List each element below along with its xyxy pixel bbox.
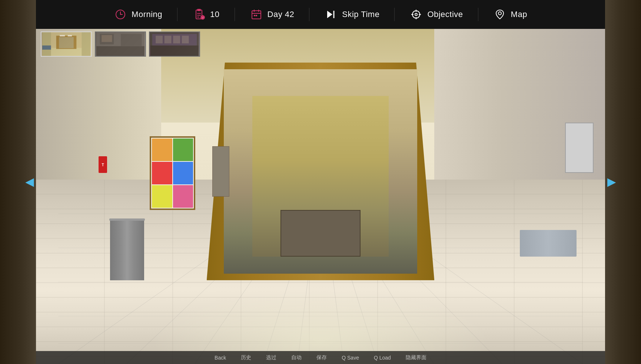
svg-rect-57 (173, 36, 180, 43)
skip-label: Skip Time (342, 10, 379, 19)
nav-arrow-right[interactable]: ▶ (604, 175, 619, 190)
skip-section[interactable]: Skip Time (309, 8, 394, 21)
left-chevron-icon: ◀ (26, 176, 34, 188)
fire-alarm (99, 156, 107, 173)
map-pin-icon (493, 8, 507, 21)
nav-arrow-left[interactable]: ◀ (22, 175, 37, 190)
hide-ui-button[interactable]: 隐藏界面 (406, 354, 426, 361)
svg-text:✓: ✓ (202, 17, 204, 19)
notice-board-inner (151, 138, 194, 208)
back-button[interactable]: Back (215, 355, 226, 361)
svg-rect-13 (256, 15, 257, 16)
qload-button[interactable]: Q Load (374, 355, 391, 361)
notice-item-4 (173, 162, 193, 184)
svg-marker-14 (327, 11, 332, 18)
time-section[interactable]: Morning (99, 8, 177, 21)
notice-item-2 (173, 138, 193, 161)
thumbnail-3-preview (150, 32, 199, 56)
right-chevron-icon: ▶ (607, 176, 615, 188)
notice-item-6 (173, 185, 193, 208)
clipboard-icon: ✓ (192, 8, 206, 21)
svg-rect-46 (68, 35, 72, 37)
save-button[interactable]: 保存 (316, 354, 327, 361)
svg-rect-50 (102, 35, 112, 42)
clock-icon (114, 8, 127, 21)
locker-far-left (212, 146, 229, 197)
objective-label: Objective (427, 10, 463, 19)
day-section[interactable]: Day 42 (235, 8, 309, 21)
day-label: Day 42 (268, 10, 295, 19)
skip-forward-icon (324, 8, 338, 21)
notice-board[interactable] (150, 136, 195, 210)
svg-rect-45 (60, 35, 65, 37)
svg-rect-53 (150, 46, 199, 56)
corridor-door (280, 210, 360, 257)
svg-rect-51 (121, 34, 142, 46)
thumbnail-1[interactable] (41, 31, 92, 57)
svg-rect-55 (156, 36, 163, 43)
qsave-button[interactable]: Q Save (342, 355, 359, 361)
svg-rect-12 (254, 15, 255, 16)
svg-rect-42 (42, 46, 51, 50)
thumbnail-2-preview (96, 32, 145, 56)
svg-rect-56 (165, 36, 172, 43)
objective-section[interactable]: Objective (394, 8, 478, 21)
svg-point-17 (415, 13, 417, 16)
svg-rect-41 (82, 32, 90, 56)
history-button[interactable]: 历史 (241, 354, 251, 361)
map-label: Map (511, 10, 527, 19)
svg-rect-58 (182, 36, 189, 43)
score-section[interactable]: ✓ 10 (177, 8, 234, 21)
hud-bar: Morning ✓ 10 D (36, 0, 605, 29)
svg-point-22 (498, 12, 501, 15)
thumbnail-1-preview (41, 32, 91, 56)
thumbnail-strip (41, 31, 200, 57)
svg-rect-44 (59, 37, 74, 48)
right-wall-fixture (565, 123, 594, 173)
svg-rect-40 (42, 32, 51, 56)
auto-button[interactable]: 自动 (291, 354, 302, 361)
calendar-icon (250, 8, 263, 21)
map-section[interactable]: Map (478, 8, 542, 21)
crosshair-icon (409, 8, 423, 21)
water-fountain (520, 230, 577, 257)
corridor-scene (36, 29, 605, 364)
time-label: Morning (132, 10, 162, 19)
svg-rect-48 (96, 46, 145, 56)
notice-item-3 (152, 162, 172, 184)
notice-item-5 (152, 185, 172, 208)
score-value: 10 (210, 10, 219, 19)
trash-can (110, 220, 144, 280)
filter-button[interactable]: 选过 (266, 354, 276, 361)
notice-item-1 (152, 138, 172, 161)
thumbnail-3[interactable] (149, 31, 200, 57)
thumbnail-2[interactable] (95, 31, 146, 57)
bottom-bar: Back 历史 选过 自动 保存 Q Save Q Load 隐藏界面 (36, 351, 605, 364)
